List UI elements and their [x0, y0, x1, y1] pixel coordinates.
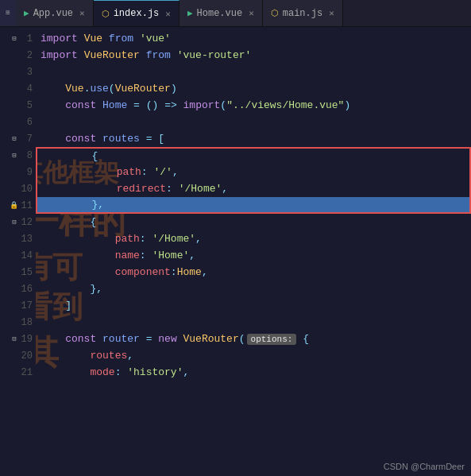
line-num-row: 6: [0, 114, 36, 130]
js-icon: ⬡: [102, 9, 110, 19]
line-number: 8: [20, 150, 33, 161]
line-num-row: 21: [0, 364, 36, 381]
code-line-9: path: '/',: [36, 164, 471, 180]
lock-icon: 🔒: [10, 201, 18, 210]
line-number: 9: [20, 167, 33, 178]
tab-label: main.js: [283, 8, 322, 19]
code-line-7: const routes = [: [36, 130, 471, 147]
line-num-row: ⊟ 8: [0, 147, 36, 164]
code-line-11: },: [36, 197, 471, 214]
code-line-4: Vue.use(VueRouter): [36, 80, 471, 97]
line-num-row: 🔒 11: [0, 197, 36, 214]
watermark-credit: CSDN @CharmDeer: [384, 462, 465, 471]
code-line-13: path: '/Home',: [36, 230, 471, 247]
line-number: 5: [20, 100, 33, 111]
line-number: 20: [20, 350, 33, 362]
fold-icon[interactable]: ⊟: [10, 134, 18, 143]
fold-icon[interactable]: ⊟: [10, 34, 18, 43]
code-line-18: [36, 314, 471, 331]
code-line-6: [36, 114, 471, 130]
line-number: 4: [20, 83, 33, 95]
line-num-row: 13: [0, 230, 36, 247]
line-num-row: 16: [0, 281, 36, 297]
code-line-19: const router = new VueRouter(options: {: [36, 331, 471, 347]
tab-close-icon[interactable]: ✕: [165, 9, 171, 19]
line-number: 18: [20, 317, 33, 328]
line-num-row: ⊟ 12: [0, 214, 36, 230]
code-line-8: {: [36, 147, 471, 164]
line-num-row: 3: [0, 64, 36, 80]
tab-label: App.vue: [33, 8, 73, 19]
fold-icon[interactable]: ⊟: [10, 335, 18, 343]
tab-close-icon[interactable]: ✕: [249, 8, 254, 18]
fold-icon[interactable]: ⊟: [10, 218, 18, 226]
line-num-row: 5: [0, 97, 36, 114]
line-number: 17: [20, 300, 33, 312]
line-number: 12: [20, 217, 33, 228]
code-line-3: [36, 64, 471, 80]
code-line-5: const Home = () => import("../views/Home…: [36, 97, 471, 114]
fold-icon[interactable]: ⊟: [10, 151, 18, 160]
line-number: 6: [20, 117, 33, 128]
code-line-17: ]: [36, 297, 471, 314]
line-num-row: ⊟ 7: [0, 130, 36, 147]
line-num-row: 9: [0, 164, 36, 180]
code-line-12: {: [36, 214, 471, 230]
line-number: 16: [20, 284, 33, 295]
line-num-row: 20: [0, 347, 36, 364]
tab-main-js[interactable]: ⬡ main.js ✕: [263, 0, 343, 26]
editor-container: ≡ ▶ App.vue ✕ ⬡ index.js ✕ ▶ Home.vue ✕ …: [0, 0, 471, 476]
line-num-row: 18: [0, 314, 36, 331]
line-num-row: 14: [0, 247, 36, 264]
line-num-row: 4: [0, 80, 36, 97]
line-num-row: 10: [0, 180, 36, 197]
line-number: 11: [20, 200, 33, 211]
line-number: 3: [20, 67, 33, 78]
tab-home-vue[interactable]: ▶ Home.vue ✕: [180, 0, 263, 26]
tab-label: index.js: [114, 8, 160, 19]
code-line-16: },: [36, 281, 471, 297]
line-number: 21: [20, 367, 33, 378]
code-area: ⊟ 1 2 3 4 5: [0, 27, 471, 476]
vue-icon: ▶: [187, 8, 193, 18]
line-number: 19: [20, 334, 33, 345]
line-number: 7: [20, 134, 33, 145]
line-number: 14: [20, 250, 33, 261]
line-num-row: 2: [0, 47, 36, 64]
line-number: 13: [20, 234, 33, 245]
line-num-row: 17: [0, 297, 36, 314]
tab-index-js[interactable]: ⬡ index.js ✕: [94, 0, 180, 26]
line-number: 2: [20, 50, 33, 61]
line-numbers-gutter: ⊟ 1 2 3 4 5: [0, 27, 36, 476]
line-num-row: ⊟ 19: [0, 331, 36, 347]
js-icon: ⬡: [271, 8, 279, 18]
tab-close-icon[interactable]: ✕: [79, 8, 85, 18]
line-number: 15: [20, 267, 33, 278]
code-content[interactable]: import Vue from 'vue' import VueRouter f…: [36, 27, 471, 476]
line-num-row: ⊟ 1: [0, 30, 36, 47]
code-line-1: import Vue from 'vue': [36, 30, 471, 47]
code-line-15: component:Home,: [36, 264, 471, 281]
code-line-2: import VueRouter from 'vue-router': [36, 47, 471, 64]
code-line-10: redirect: '/Home',: [36, 180, 471, 197]
line-num-row: 15: [0, 264, 36, 281]
tab-label: Home.vue: [197, 8, 243, 19]
line-number: 1: [20, 33, 33, 45]
code-line-14: name: 'Home',: [36, 247, 471, 264]
line-number: 10: [20, 184, 33, 195]
tab-bar: ≡ ▶ App.vue ✕ ⬡ index.js ✕ ▶ Home.vue ✕ …: [0, 0, 471, 27]
vue-icon: ▶: [24, 8, 29, 18]
sidebar-toggle[interactable]: ≡: [0, 0, 16, 26]
code-line-20: routes,: [36, 347, 471, 364]
code-line-21: mode: 'history',: [36, 364, 471, 381]
tab-close-icon[interactable]: ✕: [329, 8, 334, 18]
tab-app-vue[interactable]: ▶ App.vue ✕: [16, 0, 94, 26]
